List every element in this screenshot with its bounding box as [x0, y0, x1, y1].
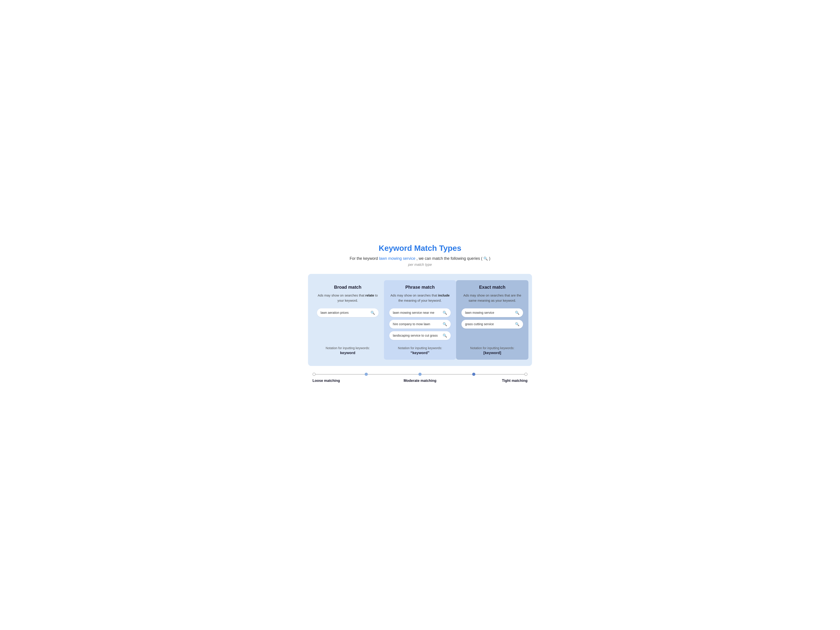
exact-search-pill-1: lawn mowing service 🔍 [461, 308, 523, 317]
phrase-title: Phrase match [389, 285, 451, 290]
exact-match-col: Exact match Ads may show on searches tha… [456, 280, 528, 360]
broad-desc-bold: relate [365, 294, 374, 297]
slider-dot-tight [472, 373, 475, 376]
exact-notation-value: [keyword] [461, 351, 523, 355]
slider-dot-left [313, 373, 316, 376]
broad-desc-before: Ads may show on searches that [317, 294, 365, 297]
broad-title: Broad match [317, 285, 379, 290]
exact-pill-text-2: grass cutting service [465, 322, 513, 326]
exact-search-pill-2: grass cutting service 🔍 [461, 320, 523, 328]
exact-search-items: lawn mowing service 🔍 grass cutting serv… [461, 308, 523, 340]
phrase-match-col: Phrase match Ads may show on searches th… [384, 280, 456, 360]
slider-section: Loose matching Moderate matching Tight m… [308, 374, 532, 383]
exact-title: Exact match [461, 285, 523, 290]
exact-pill-icon-2: 🔍 [515, 322, 519, 326]
phrase-search-items: lawn mowing service near me 🔍 hire compa… [389, 308, 451, 340]
phrase-notation-label: Notation for inputting keywords: [389, 346, 451, 350]
broad-search-items: lawn aeration prices 🔍 [317, 308, 379, 340]
exact-desc-before: Ads may show on searches that are the sa… [463, 294, 521, 302]
phrase-notation-value: “keyword” [389, 351, 451, 355]
phrase-pill-icon-3: 🔍 [443, 333, 447, 338]
phrase-desc-before: Ads may show on searches that [390, 294, 438, 297]
phrase-pill-text-1: lawn mowing service near me [393, 311, 441, 314]
slider-label-moderate: Moderate matching [384, 379, 456, 383]
phrase-pill-text-2: hire company to mow lawn [393, 322, 441, 326]
phrase-desc-after: the meaning of your keyword. [398, 299, 442, 302]
broad-pill-icon-1: 🔍 [371, 311, 375, 315]
match-container: Broad match Ads may show on searches tha… [308, 274, 532, 366]
exact-pill-icon-1: 🔍 [515, 311, 519, 315]
subtitle-after: , we can match the following queries ( [417, 256, 482, 261]
slider-label-loose: Loose matching [313, 379, 384, 383]
phrase-notation: Notation for inputting keywords: “keywor… [389, 346, 451, 355]
page-wrapper: Keyword Match Types For the keyword lawn… [308, 244, 532, 386]
slider-track [313, 374, 527, 375]
subtitle: For the keyword lawn mowing service , we… [308, 256, 532, 261]
phrase-search-pill-1: lawn mowing service near me 🔍 [389, 308, 451, 317]
search-icon-inline: 🔍 [483, 256, 488, 261]
broad-match-col: Broad match Ads may show on searches tha… [312, 280, 384, 360]
slider-dot-loose [365, 373, 368, 376]
broad-pill-text-1: lawn aeration prices [321, 311, 368, 314]
exact-notation-label: Notation for inputting keywords: [461, 346, 523, 350]
slider-dot-right [524, 373, 527, 376]
per-match-label: per match type [308, 263, 532, 267]
phrase-pill-icon-2: 🔍 [443, 322, 447, 326]
header: Keyword Match Types For the keyword lawn… [308, 244, 532, 267]
exact-notation: Notation for inputting keywords: [keywor… [461, 346, 523, 355]
slider-dot-moderate [418, 373, 422, 376]
page-title: Keyword Match Types [308, 244, 532, 253]
exact-description: Ads may show on searches that are the sa… [461, 293, 523, 303]
broad-notation: Notation for inputting keywords: keyword [317, 346, 379, 355]
phrase-search-pill-2: hire company to mow lawn 🔍 [389, 320, 451, 328]
phrase-pill-icon-1: 🔍 [443, 311, 447, 315]
exact-pill-text-1: lawn mowing service [465, 311, 513, 314]
phrase-pill-text-3: landscaping service to cut grass [393, 334, 441, 337]
broad-notation-label: Notation for inputting keywords: [317, 346, 379, 350]
phrase-description: Ads may show on searches that include th… [389, 293, 451, 303]
broad-search-pill-1: lawn aeration prices 🔍 [317, 308, 379, 317]
phrase-desc-bold: include [438, 294, 450, 297]
subtitle-before: For the keyword [350, 256, 379, 261]
slider-label-tight: Tight matching [456, 379, 527, 383]
broad-description: Ads may show on searches that relate to … [317, 293, 379, 303]
slider-labels: Loose matching Moderate matching Tight m… [313, 379, 527, 383]
keyword-highlight: lawn mowing service [379, 256, 415, 261]
phrase-search-pill-3: landscaping service to cut grass 🔍 [389, 331, 451, 340]
broad-notation-value: keyword [317, 351, 379, 355]
slider-track-wrapper [313, 374, 527, 375]
subtitle-end: ) [489, 256, 490, 261]
